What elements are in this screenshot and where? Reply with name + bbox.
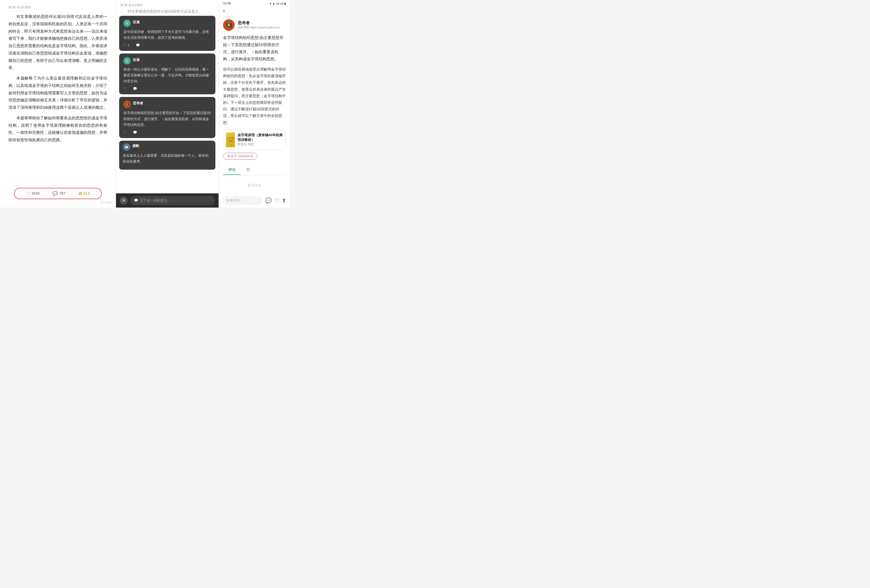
book-cover-text: 金字塔原理 bbox=[227, 137, 234, 143]
thought-icon: 💬 bbox=[134, 198, 138, 202]
left-para-2: 本篇解释了为什么受众最容易理解和记住金字塔结构，以及组成金字塔的子结构之间如何互… bbox=[9, 74, 107, 111]
card-text-2: 表述一些让大家听进去，理解了，记住的东西很难，看一看是否能够让受众心头一震，引起… bbox=[124, 67, 211, 84]
card-user-row-1: 征 征途 bbox=[124, 19, 211, 27]
card-user-4: 龚毅 bbox=[133, 144, 139, 148]
card-user-row-3: 🏴‍☠️ 思考者 bbox=[124, 101, 211, 108]
right-sub-text: 你可以很容易地使受众理解用金字塔结构组织的思想：先从金字塔的最顶端开始，沿各个分… bbox=[223, 66, 286, 126]
card-heart-icon-3: ♡ bbox=[124, 131, 127, 134]
right-content: 金字塔结构组织思想:由主要思想开始→下层思想通过疑问/回答的方式，进行展开。→如… bbox=[219, 34, 290, 193]
tab-like[interactable]: 赞 bbox=[241, 165, 255, 175]
book-info: 金字塔原理（麦肯锡40年经典培训教材） 芭芭拉·明托 bbox=[238, 133, 283, 147]
share-icon: ✿ bbox=[79, 191, 82, 196]
book-cover: 金字塔原理 bbox=[226, 132, 235, 147]
signal-icon: ull bbox=[276, 2, 279, 5]
share-bottom-icon[interactable]: ⬆ bbox=[282, 197, 286, 203]
card-like-3[interactable]: ♡ bbox=[124, 131, 127, 134]
page-indicator: 17 / 414 bbox=[4, 201, 112, 205]
card-like-2[interactable]: ♡ bbox=[124, 87, 127, 91]
comment-bottom-icon[interactable]: 💬 bbox=[265, 197, 272, 203]
middle-bg-line-1: 对文章阐述的思想作出疑问/回答式反应是人 bbox=[120, 8, 215, 15]
author-name: 思考者 bbox=[238, 21, 280, 25]
card-actions-3: ♡ 💬 bbox=[124, 131, 211, 134]
close-button[interactable]: ✕ bbox=[120, 196, 128, 205]
card-comment-icon-2: 💬 bbox=[133, 87, 137, 91]
comment-card-2: 征 征途 表述一些让大家听进去，理解了，记住的东西很难，看一看是否能够让受众心头… bbox=[119, 53, 215, 94]
card-user-row-2: 征 征途 bbox=[124, 57, 211, 65]
middle-input-bar: ✕ 💬 写下这一刻的想法... bbox=[116, 193, 219, 208]
right-main-text: 金字塔结构组织思想:由主要思想开始→下层思想通过疑问/回答的方式，进行展开。→如… bbox=[223, 34, 286, 62]
comment-action[interactable]: 💬 767 bbox=[46, 191, 72, 196]
card-heart-icon-2: ♡ bbox=[124, 87, 127, 91]
card-actions-2: ♡ 💬 bbox=[124, 87, 211, 91]
card-like-count-1: 1 bbox=[128, 43, 130, 47]
status-bar: 10:48 ● ▲ ull ull ▮ bbox=[219, 0, 290, 6]
tabs-row: 评论 赞 bbox=[223, 165, 286, 175]
card-user-3: 思考者 bbox=[133, 101, 143, 105]
author-avatar: 🏴‍☠️ bbox=[223, 19, 235, 31]
comment-count: 767 bbox=[59, 191, 66, 196]
back-button[interactable]: ‹ bbox=[223, 7, 225, 14]
card-heart-icon-1: ♡ bbox=[124, 43, 127, 47]
thought-placeholder: 写下这一刻的想法... bbox=[140, 198, 170, 203]
no-comment: 暂无评论 bbox=[223, 178, 286, 193]
comment-card-4: 🏔 龚毅 其实基本上人人都需要，尤其是职场的每一个人。基本的职业化素养。 bbox=[119, 141, 215, 170]
left-para-1: 对文章阐述的思想作出疑问/回答式反应是人类的一种自然反应，没有国籍和民族的区别。… bbox=[9, 13, 107, 71]
book-author: 芭芭拉·明托 bbox=[238, 142, 283, 147]
comment-card-1: 征 征途 这句话很关键，给我指明了不光只是学习沟通方面，还有在生活处理琐事方面，… bbox=[119, 16, 215, 51]
card-text-4: 其实基本上人人都需要，尤其是职场的每一个人。基本的职业化素养。 bbox=[123, 153, 212, 164]
share-count: 813 bbox=[83, 191, 89, 196]
card-comment-icon-1: 💬 bbox=[136, 43, 140, 47]
left-para-3: 本篇将帮助你了解如何将要表达的思想组织成金字塔结构，说明了使用金字塔原理能够检查… bbox=[9, 114, 107, 144]
thought-input[interactable]: 💬 写下这一刻的想法... bbox=[130, 196, 215, 205]
avatar-3: 🏴‍☠️ bbox=[124, 101, 131, 108]
comment-card-3: 🏴‍☠️ 思考者 金字塔结构组织思想:由主要思想开始→下层思想通过疑问/回答的方… bbox=[119, 97, 215, 138]
action-row: ♡ 1626 💬 767 ✿ 813 bbox=[14, 188, 102, 199]
right-bottom-bar: 发表评论... 💬 ♡ ⬆ bbox=[219, 193, 290, 208]
card-like-1[interactable]: ♡ 1 bbox=[124, 43, 130, 47]
tab-comment[interactable]: 评论 bbox=[223, 165, 241, 175]
card-comment-3[interactable]: 💬 bbox=[133, 131, 137, 134]
card-text-3: 金字塔结构组织思想:由主要思想开始→下层思想通过疑问/回答的方式，进行展开。→如… bbox=[124, 110, 211, 128]
card-comment-icon-3: 💬 bbox=[133, 131, 137, 134]
card-comment-2[interactable]: 💬 bbox=[133, 87, 137, 91]
signal-icon-2: ull bbox=[280, 2, 283, 5]
book-card[interactable]: 金字塔原理 金字塔原理（麦肯锡40年经典培训教材） 芭芭拉·明托 bbox=[223, 130, 286, 150]
avatar-4: 🏔 bbox=[123, 143, 130, 151]
status-icons: ● ▲ ull ull ▮ bbox=[270, 2, 286, 5]
card-text-1: 这句话很关键，给我指明了不光只是学习沟通方面，还有在生活处理琐事方面，提供了思考… bbox=[124, 29, 211, 40]
middle-breadcrumb: 第1篇 表达的逻辑 bbox=[116, 0, 219, 8]
publish-date: 发表于 2018/3/31 bbox=[223, 153, 257, 160]
card-user-row-4: 🏔 龚毅 bbox=[123, 143, 212, 151]
card-user-1: 征途 bbox=[133, 20, 140, 25]
share-action[interactable]: ✿ 813 bbox=[72, 191, 96, 196]
comment-input[interactable]: 发表评论... bbox=[222, 196, 262, 205]
like-action[interactable]: ♡ 1626 bbox=[20, 191, 46, 196]
battery-full-icon: ▮ bbox=[284, 2, 286, 5]
right-header: ‹ bbox=[219, 6, 290, 16]
right-panel: 10:48 ● ▲ ull ull ▮ ‹ 🏴‍☠️ 思考者 我的博客:http… bbox=[219, 0, 290, 208]
author-info: 思考者 我的博客:https://sykent.github.io/ bbox=[238, 21, 280, 30]
author-url[interactable]: 我的博客:https://sykent.github.io/ bbox=[238, 25, 280, 30]
card-actions-1: ♡ 1 💬 bbox=[124, 43, 211, 47]
card-user-2: 征途 bbox=[133, 58, 140, 62]
like-bottom-icon[interactable]: ♡ bbox=[274, 197, 279, 203]
left-bottom-bar: ♡ 1626 💬 767 ✿ 813 17 / 414 bbox=[0, 185, 116, 208]
left-breadcrumb: 第1篇 表达的逻辑 bbox=[9, 5, 107, 9]
middle-panel: 第1篇 表达的逻辑 对文章阐述的思想作出疑问/回答式反应是人 类的一种自然反应，… bbox=[116, 0, 219, 208]
publish-date-wrapper: 发表于 2018/3/31 bbox=[223, 153, 286, 163]
avatar-1: 征 bbox=[124, 19, 131, 27]
battery-icon: ● bbox=[270, 2, 271, 5]
heart-icon: ♡ bbox=[26, 191, 30, 196]
like-count: 1626 bbox=[31, 191, 40, 196]
wifi-icon: ▲ bbox=[272, 2, 275, 5]
avatar-2: 征 bbox=[124, 57, 131, 65]
status-time: 10:48 bbox=[223, 1, 231, 5]
author-row: 🏴‍☠️ 思考者 我的博客:https://sykent.github.io/ bbox=[219, 16, 290, 34]
book-title: 金字塔原理（麦肯锡40年经典培训教材） bbox=[238, 133, 283, 142]
comment-icon: 💬 bbox=[52, 191, 58, 196]
card-comment-1[interactable]: 💬 bbox=[136, 43, 140, 47]
cards-overlay: 征 征途 这句话很关键，给我指明了不光只是学习沟通方面，还有在生活处理琐事方面，… bbox=[116, 16, 219, 192]
left-content: 对文章阐述的思想作出疑问/回答式反应是人类的一种自然反应，没有国籍和民族的区别。… bbox=[9, 13, 107, 147]
left-panel: 第1篇 表达的逻辑 对文章阐述的思想作出疑问/回答式反应是人类的一种自然反应，没… bbox=[0, 0, 116, 208]
